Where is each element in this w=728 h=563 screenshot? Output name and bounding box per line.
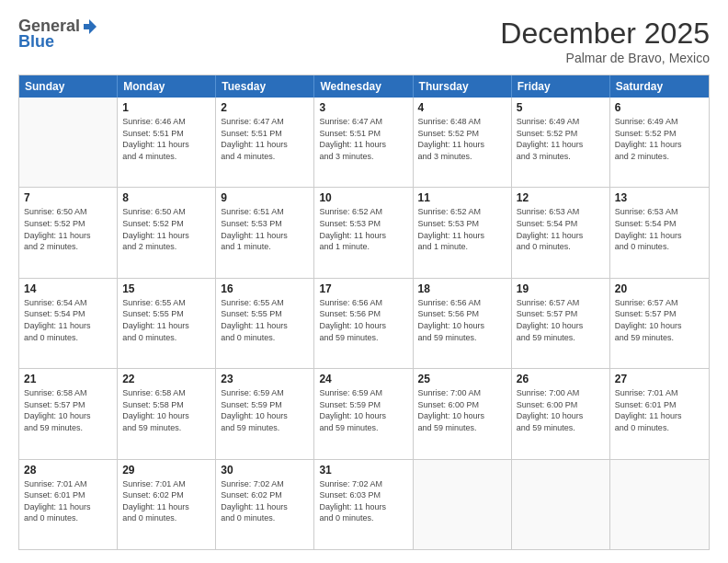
calendar-cell: 6Sunrise: 6:49 AM Sunset: 5:52 PM Daylig… bbox=[610, 98, 709, 187]
calendar-row: 1Sunrise: 6:46 AM Sunset: 5:51 PM Daylig… bbox=[19, 98, 709, 187]
calendar-cell: 2Sunrise: 6:47 AM Sunset: 5:51 PM Daylig… bbox=[216, 98, 314, 187]
day-info: Sunrise: 6:58 AM Sunset: 5:58 PM Dayligh… bbox=[122, 387, 210, 433]
day-number: 25 bbox=[418, 373, 506, 385]
calendar-cell: 17Sunrise: 6:56 AM Sunset: 5:56 PM Dayli… bbox=[314, 279, 413, 368]
calendar-cell: 25Sunrise: 7:00 AM Sunset: 6:00 PM Dayli… bbox=[414, 369, 512, 458]
weekday-header: Sunday bbox=[19, 75, 118, 98]
calendar-row: 28Sunrise: 7:01 AM Sunset: 6:01 PM Dayli… bbox=[19, 459, 709, 549]
calendar-cell: 8Sunrise: 6:50 AM Sunset: 5:52 PM Daylig… bbox=[118, 188, 216, 277]
calendar-cell: 13Sunrise: 6:53 AM Sunset: 5:54 PM Dayli… bbox=[610, 188, 709, 277]
weekday-header: Saturday bbox=[610, 75, 709, 98]
calendar: SundayMondayTuesdayWednesdayThursdayFrid… bbox=[18, 75, 710, 550]
calendar-cell bbox=[610, 460, 709, 549]
calendar-cell: 28Sunrise: 7:01 AM Sunset: 6:01 PM Dayli… bbox=[19, 460, 118, 549]
day-number: 2 bbox=[221, 101, 309, 114]
weekday-header: Wednesday bbox=[314, 75, 413, 98]
day-info: Sunrise: 6:49 AM Sunset: 5:52 PM Dayligh… bbox=[517, 116, 605, 162]
month-title: December 2025 bbox=[500, 17, 710, 51]
day-info: Sunrise: 6:59 AM Sunset: 5:59 PM Dayligh… bbox=[221, 387, 309, 433]
day-number: 17 bbox=[319, 282, 407, 295]
title-area: December 2025 Palmar de Bravo, Mexico bbox=[500, 17, 710, 65]
calendar-cell: 1Sunrise: 6:46 AM Sunset: 5:51 PM Daylig… bbox=[118, 98, 216, 187]
day-info: Sunrise: 6:54 AM Sunset: 5:54 PM Dayligh… bbox=[24, 297, 112, 343]
day-info: Sunrise: 6:57 AM Sunset: 5:57 PM Dayligh… bbox=[615, 297, 704, 343]
logo-icon bbox=[80, 17, 98, 36]
calendar-cell: 22Sunrise: 6:58 AM Sunset: 5:58 PM Dayli… bbox=[118, 369, 216, 458]
calendar-cell: 18Sunrise: 6:56 AM Sunset: 5:56 PM Dayli… bbox=[414, 279, 512, 368]
logo-blue-text: Blue bbox=[18, 32, 54, 52]
calendar-cell bbox=[512, 460, 610, 549]
calendar-cell: 5Sunrise: 6:49 AM Sunset: 5:52 PM Daylig… bbox=[512, 98, 610, 187]
day-number: 11 bbox=[418, 191, 506, 204]
calendar-cell: 21Sunrise: 6:58 AM Sunset: 5:57 PM Dayli… bbox=[19, 369, 118, 458]
day-number: 29 bbox=[122, 464, 210, 477]
calendar-cell: 24Sunrise: 6:59 AM Sunset: 5:59 PM Dayli… bbox=[314, 369, 413, 458]
logo: General Blue bbox=[18, 17, 98, 52]
calendar-cell: 23Sunrise: 6:59 AM Sunset: 5:59 PM Dayli… bbox=[216, 369, 314, 458]
weekday-header: Thursday bbox=[414, 75, 512, 98]
calendar-cell: 4Sunrise: 6:48 AM Sunset: 5:52 PM Daylig… bbox=[414, 98, 512, 187]
day-number: 19 bbox=[517, 282, 605, 295]
calendar-cell: 10Sunrise: 6:52 AM Sunset: 5:53 PM Dayli… bbox=[314, 188, 413, 277]
day-number: 28 bbox=[24, 464, 112, 477]
day-info: Sunrise: 6:52 AM Sunset: 5:53 PM Dayligh… bbox=[418, 206, 506, 252]
day-info: Sunrise: 6:56 AM Sunset: 5:56 PM Dayligh… bbox=[418, 297, 506, 343]
day-info: Sunrise: 6:46 AM Sunset: 5:51 PM Dayligh… bbox=[122, 116, 210, 162]
day-info: Sunrise: 6:47 AM Sunset: 5:51 PM Dayligh… bbox=[221, 116, 309, 162]
day-info: Sunrise: 6:47 AM Sunset: 5:51 PM Dayligh… bbox=[319, 116, 407, 162]
day-number: 23 bbox=[221, 373, 309, 385]
calendar-cell: 14Sunrise: 6:54 AM Sunset: 5:54 PM Dayli… bbox=[19, 279, 118, 368]
day-info: Sunrise: 6:53 AM Sunset: 5:54 PM Dayligh… bbox=[615, 206, 704, 252]
day-info: Sunrise: 6:58 AM Sunset: 5:57 PM Dayligh… bbox=[24, 387, 112, 433]
calendar-cell bbox=[414, 460, 512, 549]
calendar-cell: 19Sunrise: 6:57 AM Sunset: 5:57 PM Dayli… bbox=[512, 279, 610, 368]
day-number: 30 bbox=[221, 464, 309, 477]
calendar-cell: 31Sunrise: 7:02 AM Sunset: 6:03 PM Dayli… bbox=[314, 460, 413, 549]
day-info: Sunrise: 6:55 AM Sunset: 5:55 PM Dayligh… bbox=[221, 297, 309, 343]
day-info: Sunrise: 6:59 AM Sunset: 5:59 PM Dayligh… bbox=[319, 387, 407, 433]
day-number: 12 bbox=[517, 191, 605, 204]
day-info: Sunrise: 6:49 AM Sunset: 5:52 PM Dayligh… bbox=[615, 116, 704, 162]
calendar-cell: 11Sunrise: 6:52 AM Sunset: 5:53 PM Dayli… bbox=[414, 188, 512, 277]
weekday-header: Monday bbox=[118, 75, 216, 98]
day-info: Sunrise: 7:00 AM Sunset: 6:00 PM Dayligh… bbox=[418, 387, 506, 433]
calendar-cell: 9Sunrise: 6:51 AM Sunset: 5:53 PM Daylig… bbox=[216, 188, 314, 277]
day-number: 27 bbox=[615, 373, 704, 385]
day-number: 20 bbox=[615, 282, 704, 295]
day-number: 10 bbox=[319, 191, 407, 204]
header: General Blue December 2025 Palmar de Bra… bbox=[18, 17, 710, 65]
day-info: Sunrise: 7:01 AM Sunset: 6:01 PM Dayligh… bbox=[615, 387, 704, 433]
day-number: 14 bbox=[24, 282, 112, 295]
calendar-body: 1Sunrise: 6:46 AM Sunset: 5:51 PM Daylig… bbox=[19, 98, 709, 549]
page: General Blue December 2025 Palmar de Bra… bbox=[0, 0, 728, 563]
day-number: 22 bbox=[122, 373, 210, 385]
day-info: Sunrise: 6:53 AM Sunset: 5:54 PM Dayligh… bbox=[517, 206, 605, 252]
calendar-cell: 15Sunrise: 6:55 AM Sunset: 5:55 PM Dayli… bbox=[118, 279, 216, 368]
day-number: 21 bbox=[24, 373, 112, 385]
calendar-cell: 12Sunrise: 6:53 AM Sunset: 5:54 PM Dayli… bbox=[512, 188, 610, 277]
day-info: Sunrise: 7:01 AM Sunset: 6:01 PM Dayligh… bbox=[24, 478, 112, 524]
day-number: 24 bbox=[319, 373, 407, 385]
calendar-cell: 26Sunrise: 7:00 AM Sunset: 6:00 PM Dayli… bbox=[512, 369, 610, 458]
day-info: Sunrise: 6:56 AM Sunset: 5:56 PM Dayligh… bbox=[319, 297, 407, 343]
day-info: Sunrise: 6:50 AM Sunset: 5:52 PM Dayligh… bbox=[122, 206, 210, 252]
calendar-cell: 30Sunrise: 7:02 AM Sunset: 6:02 PM Dayli… bbox=[216, 460, 314, 549]
subtitle: Palmar de Bravo, Mexico bbox=[500, 51, 710, 65]
day-number: 7 bbox=[24, 191, 112, 204]
day-number: 6 bbox=[615, 101, 704, 114]
calendar-cell: 27Sunrise: 7:01 AM Sunset: 6:01 PM Dayli… bbox=[610, 369, 709, 458]
day-info: Sunrise: 6:52 AM Sunset: 5:53 PM Dayligh… bbox=[319, 206, 407, 252]
day-info: Sunrise: 6:48 AM Sunset: 5:52 PM Dayligh… bbox=[418, 116, 506, 162]
day-number: 1 bbox=[122, 101, 210, 114]
day-number: 3 bbox=[319, 101, 407, 114]
day-number: 8 bbox=[122, 191, 210, 204]
weekday-header: Tuesday bbox=[216, 75, 314, 98]
day-info: Sunrise: 6:57 AM Sunset: 5:57 PM Dayligh… bbox=[517, 297, 605, 343]
calendar-row: 7Sunrise: 6:50 AM Sunset: 5:52 PM Daylig… bbox=[19, 187, 709, 277]
day-number: 9 bbox=[221, 191, 309, 204]
day-info: Sunrise: 6:55 AM Sunset: 5:55 PM Dayligh… bbox=[122, 297, 210, 343]
calendar-row: 21Sunrise: 6:58 AM Sunset: 5:57 PM Dayli… bbox=[19, 368, 709, 458]
day-info: Sunrise: 7:02 AM Sunset: 6:03 PM Dayligh… bbox=[319, 478, 407, 524]
day-info: Sunrise: 7:01 AM Sunset: 6:02 PM Dayligh… bbox=[122, 478, 210, 524]
day-info: Sunrise: 7:00 AM Sunset: 6:00 PM Dayligh… bbox=[517, 387, 605, 433]
